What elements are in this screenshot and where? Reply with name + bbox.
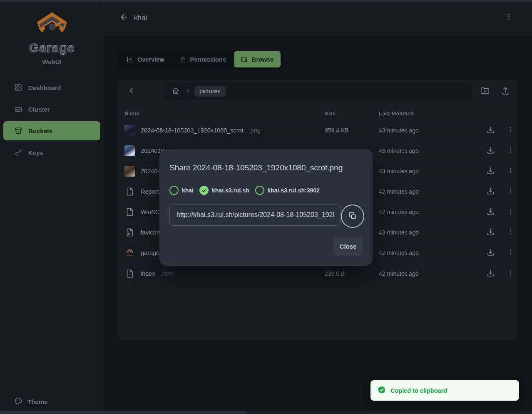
share-domain-option[interactable]: khai xyxy=(169,186,194,195)
tab-overview[interactable]: Overview xyxy=(119,51,172,67)
app-subtitle: WebUI xyxy=(0,58,104,65)
column-header-size: Size xyxy=(318,110,372,117)
row-menu-button[interactable] xyxy=(505,268,516,279)
file-size: 959.4 KB xyxy=(318,127,372,134)
horizontal-scrollbar-thumb[interactable] xyxy=(0,411,247,414)
sidebar-item-buckets[interactable]: Buckets xyxy=(3,121,100,140)
download-button[interactable] xyxy=(485,247,496,259)
sidebar: Garage WebUI Dashboard Cluster Buckets K… xyxy=(0,0,104,414)
share-domain-option[interactable]: khai.s3.rul.sh:3902 xyxy=(255,186,320,195)
theme-label: Theme xyxy=(27,398,47,405)
download-button[interactable] xyxy=(485,145,496,157)
kebab-icon xyxy=(507,126,514,135)
svg-text:T: T xyxy=(129,273,131,277)
new-folder-button[interactable] xyxy=(477,83,493,100)
folder-plus-icon xyxy=(480,86,490,97)
sidebar-item-cluster[interactable]: Cluster xyxy=(3,100,100,119)
file-modified: 43 minutes ago xyxy=(372,127,485,134)
kebab-icon xyxy=(507,269,514,278)
file-extension: .html xyxy=(161,270,174,277)
column-header-name: Name xyxy=(118,110,318,117)
keys-icon xyxy=(14,148,22,157)
download-icon xyxy=(486,166,495,176)
file-text-icon: T xyxy=(124,268,135,279)
download-icon xyxy=(486,269,495,279)
row-menu-button[interactable] xyxy=(505,227,516,238)
file-modified: 42 minutes ago xyxy=(372,188,485,195)
history-back-button[interactable] xyxy=(123,83,139,100)
file-modified: 43 minutes ago xyxy=(372,168,485,175)
file-modified: 43 minutes ago xyxy=(372,229,485,236)
horizontal-scrollbar[interactable] xyxy=(0,411,532,414)
theme-toggle[interactable]: Theme xyxy=(14,397,47,407)
bucket-tabs: Overview Permissions Browse xyxy=(118,50,282,69)
table-row[interactable]: 2024-08-18-105203_1920x1080_scrot .png 9… xyxy=(118,120,517,141)
app-logo: Garage WebUI xyxy=(0,0,104,65)
breadcrumb-home-button[interactable] xyxy=(169,85,182,97)
download-button[interactable] xyxy=(485,186,496,197)
thumb-art-warm xyxy=(124,166,135,177)
tab-browse[interactable]: Browse xyxy=(234,51,281,67)
download-button[interactable] xyxy=(485,165,496,177)
download-button[interactable] xyxy=(485,125,496,136)
file-archive-icon xyxy=(124,227,135,238)
copy-url-button[interactable] xyxy=(341,205,364,228)
kebab-icon xyxy=(507,187,514,196)
page-title: khai xyxy=(134,14,147,22)
file-name: index xyxy=(141,270,155,277)
download-button[interactable] xyxy=(485,268,496,279)
download-icon xyxy=(486,187,495,197)
kebab-icon xyxy=(505,16,513,22)
row-menu-button[interactable] xyxy=(505,247,516,259)
row-menu-button[interactable] xyxy=(505,125,516,136)
sidebar-item-dashboard[interactable]: Dashboard xyxy=(3,78,100,97)
table-row[interactable]: T index .html 239.0 B 42 minutes ago xyxy=(118,263,517,284)
column-header-modified: Last Modified xyxy=(372,110,485,117)
download-icon xyxy=(486,207,495,217)
sidebar-item-keys[interactable]: Keys xyxy=(3,143,100,162)
copy-icon xyxy=(348,212,357,221)
download-icon xyxy=(486,125,495,135)
breadcrumb-current-folder[interactable]: pictures xyxy=(194,86,226,97)
share-domain-options: khai khai.s3.rul.sh khai.s3.rul.sh:3902 xyxy=(169,186,363,195)
upload-button[interactable] xyxy=(497,83,514,100)
share-modal-title: Share 2024-08-18-105203_1920x1080_scrot.… xyxy=(169,163,363,172)
toast-message: Copied to clipboard xyxy=(390,387,447,394)
home-icon xyxy=(172,87,179,96)
row-menu-button[interactable] xyxy=(505,165,516,177)
download-icon xyxy=(486,227,495,237)
file-size: 239.0 B xyxy=(318,270,372,277)
garage-logo-icon: Garage xyxy=(124,247,135,258)
file-modified: 42 minutes ago xyxy=(372,270,485,277)
download-button[interactable] xyxy=(485,227,496,238)
share-domain-option[interactable]: khai.s3.rul.sh xyxy=(199,186,249,195)
row-menu-button[interactable] xyxy=(505,186,516,197)
download-icon xyxy=(486,146,495,156)
back-button[interactable] xyxy=(118,12,130,24)
close-button[interactable]: Close xyxy=(333,237,363,256)
top-edge-highlight xyxy=(0,0,532,2)
file-modified: 42 minutes ago xyxy=(372,249,485,256)
svg-text:Garage: Garage xyxy=(127,254,133,257)
cluster-icon xyxy=(14,105,22,113)
share-url-input[interactable] xyxy=(169,204,341,226)
upload-icon xyxy=(501,86,510,97)
sidebar-nav: Dashboard Cluster Buckets Keys xyxy=(0,78,104,162)
breadcrumb: pictures xyxy=(164,82,472,100)
share-modal-footer: Close xyxy=(333,237,363,256)
file-modified: 43 minutes ago xyxy=(372,147,485,154)
app-title: Garage xyxy=(0,41,104,55)
page-header: khai xyxy=(104,0,532,35)
browse-toolbar: pictures xyxy=(118,79,517,103)
file-icon xyxy=(124,186,135,197)
row-menu-button[interactable] xyxy=(505,145,516,157)
chart-icon xyxy=(127,56,134,63)
share-modal: Share 2024-08-18-105203_1920x1080_scrot.… xyxy=(159,149,373,266)
download-button[interactable] xyxy=(485,206,496,218)
file-extension: .png xyxy=(249,127,261,134)
tab-permissions[interactable]: Permissions xyxy=(172,51,233,67)
kebab-icon xyxy=(507,147,514,155)
header-menu-button[interactable] xyxy=(503,12,515,23)
row-menu-button[interactable] xyxy=(505,206,516,218)
radio-checked-icon xyxy=(199,186,209,195)
